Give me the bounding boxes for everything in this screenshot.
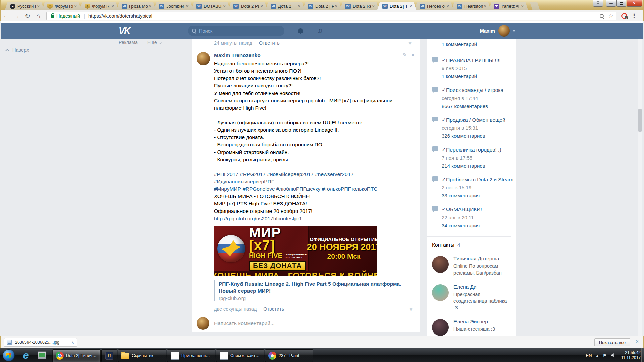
refresh-button[interactable]: ↻ (22, 12, 33, 20)
discussion-topic[interactable]: ✓Продажа / Обмен вещейсегодня в 15:31326… (432, 116, 516, 140)
tab-close-icon[interactable]: × (223, 4, 226, 8)
topic-comments-link[interactable]: 1 комментарий (442, 41, 477, 47)
maximize-button[interactable] (616, 0, 626, 7)
back-to-top-link[interactable]: Наверх (7, 47, 29, 53)
more-link[interactable]: Ещё (147, 40, 161, 45)
minimize-button[interactable]: — (606, 0, 616, 7)
contact-avatar[interactable] (432, 256, 449, 273)
reply-link[interactable]: Ответить (259, 40, 280, 46)
discussion-topic[interactable]: ✓Поиск команды / игрокасегодня в 17:4486… (432, 86, 516, 110)
taskbar-window-chrome[interactable]: Dota 2| Типичная... (52, 349, 101, 362)
topic-comments-link[interactable]: 326 комментариев (442, 132, 516, 140)
like-heart-icon[interactable]: ♥ (408, 40, 412, 47)
taskbar-clock[interactable]: 21:55:42 11.11.2017 (621, 350, 641, 360)
edit-pencil-icon[interactable]: ✎ (402, 52, 407, 58)
profile-button[interactable] (593, 0, 603, 7)
topic-title-link[interactable]: ✓Перекличка городов! :) (442, 146, 516, 154)
tab-close-icon[interactable]: × (484, 4, 486, 8)
topic-title-link[interactable]: ✓ПРАВИЛА ГРУППЫ !!!! (442, 56, 516, 64)
browser-tab[interactable]: VKHeroes of× (414, 2, 454, 11)
topic-comments-link[interactable]: 34 комментария (442, 222, 516, 230)
comment-input-row[interactable]: Написать комментарий... (192, 314, 420, 332)
tab-close-icon[interactable]: × (446, 4, 449, 8)
commenter-name-link[interactable]: Maxim Trenozenko (214, 52, 261, 59)
browser-tab[interactable]: †Форум RPG× (42, 2, 82, 11)
extension-icon[interactable]: 1 (621, 13, 627, 19)
contact-name-link[interactable]: Елена Ди (453, 284, 516, 290)
browser-tab[interactable]: †Форум RPG× (79, 2, 119, 11)
taskbar-window-paint[interactable]: 237 - Paint (265, 349, 313, 362)
topic-title-link[interactable]: ✓Продажа / Обмен вещей (442, 116, 516, 124)
contact-avatar[interactable] (432, 284, 449, 301)
tab-close-icon[interactable]: × (409, 4, 412, 8)
browser-tab[interactable]: VKDota 2 Раз× (228, 2, 268, 11)
bookmark-star-icon[interactable]: ☆ (608, 13, 613, 19)
tab-close-icon[interactable]: × (298, 4, 300, 8)
taskbar-window-notepad[interactable]: Список_сайтов_в... (216, 349, 264, 362)
tab-close-icon[interactable]: × (37, 4, 40, 8)
topic-comments-link[interactable]: 8667 комментариев (442, 102, 516, 110)
link-preview[interactable]: РПГ-Клуб Russia: Lineage 2. High Five Pa… (214, 280, 413, 301)
commenter-avatar[interactable] (197, 52, 210, 65)
tab-close-icon[interactable]: × (335, 4, 337, 8)
link-preview-title[interactable]: РПГ-Клуб Russia: Lineage 2. High Five Pa… (219, 280, 413, 294)
topic-comments-link[interactable]: 33 комментария (442, 192, 516, 200)
delete-icon[interactable]: × (411, 52, 414, 58)
home-button[interactable]: ⌂ (33, 12, 44, 20)
contact-item[interactable]: Елена ДиПрекрасная создательница паблика… (432, 284, 516, 311)
contact-item[interactable]: Елена ЭйснерНяша-стесняша :З (432, 318, 516, 335)
discussion-topic[interactable]: ✓ПРАВИЛА ГРУППЫ !!!!9 янв 20151 коммента… (432, 56, 516, 80)
discussion-topic[interactable]: ✓Проблемы с Dota 2 и Steam.2 окт в 15:19… (432, 176, 516, 200)
reply-link[interactable]: Ответить (263, 306, 284, 312)
file-menu-caret-icon[interactable]: ∧ (71, 340, 74, 345)
browser-tab[interactable]: ▶Русский По× (5, 2, 44, 11)
ads-link[interactable]: Реклама (119, 40, 138, 45)
contacts-title[interactable]: Контакты (432, 242, 454, 248)
taskbar-window-notepad[interactable]: Приглашение_В... (167, 349, 215, 362)
browser-tab[interactable]: VKDota 2 | PR× (303, 2, 342, 11)
contact-name-link[interactable]: Елена Эйснер (453, 318, 516, 325)
page-scrollbar[interactable] (638, 39, 642, 336)
app-quicklaunch-icon[interactable] (35, 348, 49, 362)
tab-close-icon[interactable]: × (372, 4, 375, 8)
tab-close-icon[interactable]: × (260, 4, 263, 8)
tab-audio-icon[interactable] (516, 5, 519, 8)
contact-item[interactable]: Типичная ДотершаOnline По вопросам рекла… (432, 255, 516, 276)
comment-input-placeholder[interactable]: Написать комментарий... (214, 320, 275, 326)
tab-close-icon[interactable]: × (111, 4, 114, 8)
browser-tab[interactable]: VKJoombler D× (154, 2, 193, 11)
browser-menu-icon[interactable]: ⋮ (631, 12, 637, 19)
discussion-topic[interactable]: ✓ОБМАНЩИКИ!22 авг в 20:1134 комментария (432, 205, 516, 230)
tab-close-icon[interactable]: × (521, 4, 524, 8)
comment-link[interactable]: http://rpg-club.org/ns2017hfcontestpr1 (214, 216, 302, 221)
show-all-downloads-button[interactable]: Показать все (594, 338, 630, 346)
volume-icon[interactable] (611, 353, 615, 357)
browser-tab[interactable]: VKHeartstone× (451, 2, 491, 11)
topic-title-link[interactable]: ✓ОБМАНЩИКИ! (442, 205, 516, 214)
like-heart-icon[interactable]: ♥ (409, 306, 413, 313)
vk-logo[interactable]: VK (119, 26, 130, 36)
topic-comments-link[interactable]: 1 комментарий (442, 72, 516, 80)
contact-name-link[interactable]: Типичная Дотерша (453, 255, 516, 262)
topic-comments-link[interactable]: 214 комментариев (442, 162, 516, 170)
comment-link[interactable]: #РПГ2017 #RPG2017 #новыйсервер2017 #news… (214, 171, 354, 184)
tray-expand-icon[interactable]: ▴ (596, 353, 599, 358)
tab-close-icon[interactable]: × (186, 4, 189, 8)
internet-explorer-icon[interactable]: e (19, 348, 33, 362)
close-window-button[interactable]: × (627, 0, 642, 7)
browser-tab[interactable]: VKГроза Мор× (116, 2, 156, 11)
back-button[interactable]: ← (1, 12, 11, 20)
action-center-flag-icon[interactable]: ⚑ (603, 353, 607, 358)
taskbar-window-folder[interactable]: Скрины_вк (118, 349, 166, 362)
topic-title-link[interactable]: ✓Проблемы с Dota 2 и Steam. (442, 176, 516, 184)
address-bar[interactable]: Надежный | https://vk.com/dotershatypica… (46, 12, 616, 20)
browser-tab[interactable]: VKDota 2 Reb× (340, 2, 379, 11)
forward-button[interactable]: → (11, 12, 22, 20)
close-download-shelf-icon[interactable]: × (636, 339, 639, 344)
comment-link[interactable]: #МируМИР #RPGonelove #люблюРПГшечку #тол… (214, 186, 378, 192)
secure-label[interactable]: Надежный (56, 13, 80, 19)
downloaded-file-button[interactable]: 2636594-1036625....jpg ∧ (4, 338, 77, 347)
show-desktop-button[interactable] (641, 348, 644, 362)
notifications-bell-icon[interactable] (298, 28, 303, 33)
user-menu[interactable]: Maxim (480, 25, 515, 37)
